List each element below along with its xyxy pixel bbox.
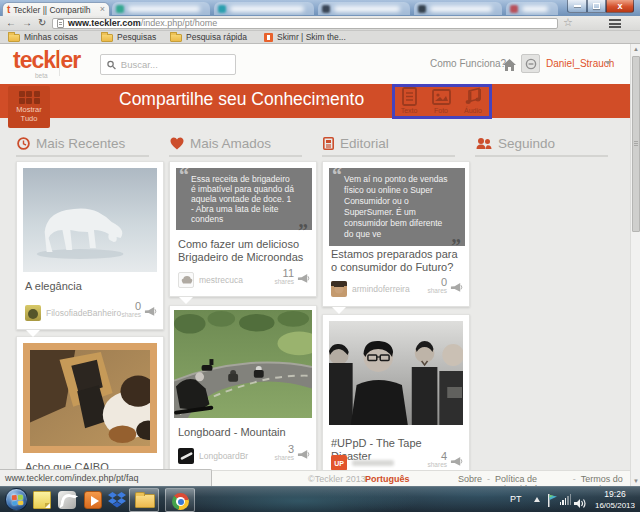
tab-favicon-icon	[510, 5, 518, 13]
post-quote: Essa receita de brigadeiro é imbatível p…	[176, 168, 312, 230]
back-icon[interactable]: ←	[6, 17, 16, 29]
action-center-icon[interactable]	[547, 493, 558, 506]
language-selector[interactable]: Português	[365, 474, 410, 484]
search-input[interactable]	[121, 59, 229, 70]
column-header-recentes: Mais Recentes	[17, 136, 157, 151]
share-button[interactable]: 0shares	[427, 277, 463, 294]
share-button[interactable]: 0shares	[121, 301, 157, 318]
post-title: A elegância	[25, 280, 155, 293]
scrollbar[interactable]: ▲ ▼	[630, 44, 640, 486]
post-card-elegancia[interactable]: A elegância FilosofiadeBanheiro 0shares	[16, 161, 164, 330]
logo-beta-label: beta	[35, 72, 48, 79]
column-divider	[16, 155, 149, 157]
taskbar-app-icon[interactable]	[58, 491, 76, 509]
post-author[interactable]: LongboardBr	[178, 448, 248, 464]
megaphone-icon	[297, 449, 310, 461]
share-button[interactable]: 11shares	[274, 268, 310, 285]
browser-tab-background[interactable]	[318, 2, 410, 15]
tab-favicon-icon	[116, 5, 124, 13]
column-header-amados: Mais Amados	[170, 136, 310, 151]
bookmark-star-icon[interactable]: ☆	[563, 16, 573, 29]
post-card-brigadeiro[interactable]: Essa receita de brigadeiro é imbatível p…	[169, 161, 317, 297]
scroll-down-icon[interactable]: ▼	[631, 478, 640, 484]
search-box[interactable]	[100, 54, 236, 75]
volume-icon[interactable]	[574, 495, 586, 512]
footer-link-privacidade[interactable]: Política de Privacidade	[495, 474, 568, 486]
start-button[interactable]	[5, 488, 28, 511]
explorer-taskbar-button[interactable]	[129, 488, 159, 512]
cat-box-image[interactable]	[23, 343, 157, 453]
network-icon[interactable]	[560, 495, 571, 505]
bookmark-folder[interactable]: Pesquisas	[101, 32, 156, 42]
post-author[interactable]: UP	[331, 455, 394, 471]
window-maximize-button[interactable]	[587, 0, 606, 13]
share-button[interactable]: 4shares	[427, 451, 463, 468]
post-card-consumidor[interactable]: Vem aí no ponto de vendas físico ou onli…	[322, 161, 470, 307]
news-icon	[323, 137, 334, 150]
browser-tab-active[interactable]: t Teckler || Compartilh ×	[2, 2, 110, 16]
browser-tab-background[interactable]	[112, 2, 210, 15]
taskbar-clock[interactable]: 19:26 16/05/2013	[592, 489, 638, 511]
post-card-uppd[interactable]: #UPpD - The Tape Disaster UP 4shares	[322, 314, 470, 478]
forward-icon[interactable]: →	[22, 17, 32, 29]
chevron-down-icon[interactable]	[605, 61, 611, 65]
polar-bear-image[interactable]	[23, 168, 157, 272]
tray-expand-icon[interactable]	[534, 497, 540, 502]
chrome-taskbar-button[interactable]	[165, 488, 195, 512]
window-minimize-button[interactable]	[567, 0, 587, 13]
media-player-icon[interactable]	[84, 491, 102, 509]
bookmark-folder[interactable]: Minhas coisas	[8, 32, 78, 42]
logo-divider	[59, 49, 60, 76]
folder-icon	[170, 34, 182, 42]
chrome-menu-icon[interactable]	[609, 19, 621, 30]
column-header-seguindo: Seguindo	[476, 136, 616, 151]
browser-tab-background[interactable]	[414, 2, 502, 15]
user-avatar[interactable]	[521, 54, 540, 73]
clock-time: 19:26	[592, 489, 638, 500]
banner-arrows: »	[321, 95, 327, 106]
people-icon	[476, 137, 492, 150]
author-avatar[interactable]	[178, 448, 194, 464]
scrollbar-thumb[interactable]	[632, 56, 640, 232]
dropbox-icon[interactable]	[108, 491, 126, 509]
como-funciona-link[interactable]: Como Funciona?	[430, 58, 506, 69]
post-author[interactable]: mestrecuca	[178, 272, 243, 288]
tab-title: Teckler || Compartilh	[13, 5, 96, 15]
teckler-logo[interactable]: teckler	[13, 47, 80, 74]
author-avatar[interactable]: UP	[331, 455, 347, 471]
chrome-icon	[172, 493, 189, 510]
teckler-favicon-icon: t	[7, 5, 10, 15]
scroll-up-icon[interactable]: ▲	[631, 46, 640, 52]
author-avatar[interactable]	[331, 281, 347, 297]
screen: t Teckler || Compartilh × x ← → ↻	[0, 0, 640, 512]
post-author[interactable]: FilosofiadeBanheiro	[25, 305, 121, 321]
post-card-caibo[interactable]: Acho que CAIBO	[16, 336, 164, 486]
window-close-button[interactable]: x	[606, 0, 634, 13]
site-header: teckler beta Como Funciona? Daniel_Strau…	[0, 44, 640, 84]
tab-favicon-icon	[418, 5, 426, 13]
post-card-longboard[interactable]: Longboard - Mountain LongboardBr 3shares	[169, 305, 317, 471]
tab-close-icon[interactable]: ×	[100, 5, 105, 14]
address-bar[interactable]: www.teckler.com/index.php/pt/home	[52, 18, 558, 29]
author-avatar[interactable]	[25, 305, 41, 321]
author-avatar[interactable]	[178, 272, 194, 288]
language-indicator[interactable]: PT	[510, 494, 522, 504]
bookmark-folder[interactable]: Pesquisa rápida	[170, 32, 247, 42]
footer-link-sobre[interactable]: Sobre	[458, 474, 482, 486]
post-author[interactable]: armindoferreira	[331, 281, 410, 297]
mostrar-tudo-button[interactable]: MostrarTudo	[8, 86, 50, 128]
bookmark-skimr[interactable]: Skimr | Skim the...	[264, 32, 346, 42]
heart-icon	[170, 137, 184, 150]
card-tail	[332, 307, 346, 314]
windows-logo-icon	[12, 495, 24, 506]
browser-tab-background[interactable]	[214, 2, 314, 15]
card-tail	[179, 297, 193, 304]
sticky-notes-icon[interactable]	[33, 491, 51, 509]
browser-tab-background[interactable]	[506, 2, 558, 15]
home-icon[interactable]	[503, 57, 516, 75]
copyright-label: ©Teckler 2013	[308, 474, 366, 484]
band-photo-image[interactable]	[329, 321, 463, 425]
share-button[interactable]: 3shares	[274, 444, 310, 461]
reload-icon[interactable]: ↻	[38, 17, 46, 29]
longboard-image[interactable]	[174, 310, 312, 418]
